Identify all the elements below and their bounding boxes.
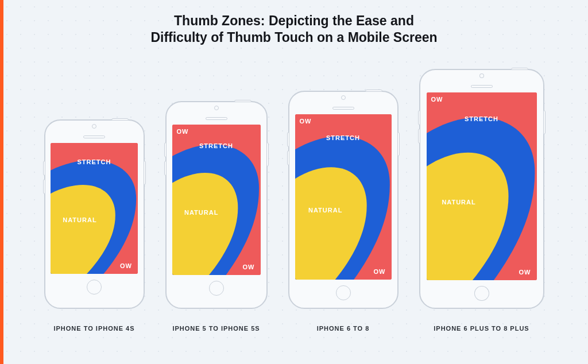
top-button-icon xyxy=(511,68,528,70)
zone-label-ow-bottom: OW xyxy=(519,269,531,276)
phone-screen: STRETCHNATURALOWOW xyxy=(295,114,392,280)
top-button-icon xyxy=(111,118,129,121)
title-line-2: Difficulty of Thumb Touch on a Mobile Sc… xyxy=(150,30,437,45)
side-button-icon xyxy=(418,129,420,144)
zone-label-natural: NATURAL xyxy=(63,216,96,223)
home-button-icon xyxy=(474,286,489,301)
home-button-icon xyxy=(209,281,224,296)
phone-outline: STRETCHNATURALOWOW xyxy=(288,91,399,309)
side-button-icon xyxy=(287,132,289,147)
phone-caption: IPHONE 6 TO 8 xyxy=(317,325,370,332)
camera-icon xyxy=(214,106,219,110)
phone-screen: STRETCHNATURALOWOW xyxy=(172,125,261,275)
zone-label-ow-top: OW xyxy=(431,96,443,103)
side-button-icon xyxy=(397,132,400,156)
zone-label-ow-bottom: OW xyxy=(243,264,255,270)
home-button-icon xyxy=(87,280,102,295)
zone-label-ow-bottom: OW xyxy=(120,262,132,269)
side-button-icon xyxy=(287,150,289,165)
top-button-icon xyxy=(365,90,382,92)
zone-label-stretch: STRETCH xyxy=(465,115,498,122)
side-button-icon xyxy=(43,161,45,176)
top-button-icon xyxy=(234,100,252,102)
side-button-icon xyxy=(43,179,45,194)
earpiece-icon xyxy=(471,85,493,88)
camera-icon xyxy=(479,73,484,78)
zone-label-natural: NATURAL xyxy=(308,207,342,214)
side-button-icon xyxy=(144,161,146,185)
phone-column: STRETCHNATURALOWIPHONE TO IPHONE 4S xyxy=(44,119,145,332)
phone-screen: STRETCHNATURALOWOW xyxy=(427,92,537,280)
side-button-icon xyxy=(266,142,269,166)
zone-label-ow-bottom: OW xyxy=(374,268,386,275)
phone-column: STRETCHNATURALOWOWIPHONE 6 PLUS TO 8 PLU… xyxy=(419,69,544,332)
zone-label-stretch: STRETCH xyxy=(326,134,360,141)
phones-row: STRETCHNATURALOWIPHONE TO IPHONE 4S STRE… xyxy=(0,69,588,332)
phone-column: STRETCHNATURALOWOWIPHONE 5 TO IPHONE 5S xyxy=(165,101,268,332)
phone-caption: IPHONE 6 PLUS TO 8 PLUS xyxy=(434,325,529,332)
phone-screen: STRETCHNATURALOW xyxy=(51,143,138,274)
phone-outline: STRETCHNATURALOWOW xyxy=(419,69,544,309)
side-button-icon xyxy=(164,142,167,157)
camera-icon xyxy=(92,124,96,129)
zone-label-ow-top: OW xyxy=(177,128,189,135)
earpiece-icon xyxy=(332,107,354,110)
phone-outline: STRETCHNATURALOWOW xyxy=(165,101,268,309)
phone-outline: STRETCHNATURALOW xyxy=(44,119,145,309)
zone-label-natural: NATURAL xyxy=(184,209,218,216)
phone-caption: IPHONE 5 TO IPHONE 5S xyxy=(172,325,260,332)
zone-label-stretch: STRETCH xyxy=(199,142,233,149)
home-button-icon xyxy=(336,285,351,300)
earpiece-icon xyxy=(206,117,227,120)
zone-label-ow-top: OW xyxy=(300,118,312,125)
phone-caption: IPHONE TO IPHONE 4S xyxy=(53,325,134,332)
zone-label-natural: NATURAL xyxy=(442,199,475,206)
zone-label-stretch: STRETCH xyxy=(78,158,111,165)
side-button-icon xyxy=(164,161,167,176)
camera-icon xyxy=(341,95,346,100)
title-line-1: Thumb Zones: Depicting the Ease and xyxy=(174,13,414,28)
earpiece-icon xyxy=(83,135,105,138)
phone-column: STRETCHNATURALOWOWIPHONE 6 TO 8 xyxy=(288,91,399,332)
side-button-icon xyxy=(543,110,546,134)
page-title: Thumb Zones: Depicting the Ease and Diff… xyxy=(0,13,588,46)
side-button-icon xyxy=(418,110,420,125)
